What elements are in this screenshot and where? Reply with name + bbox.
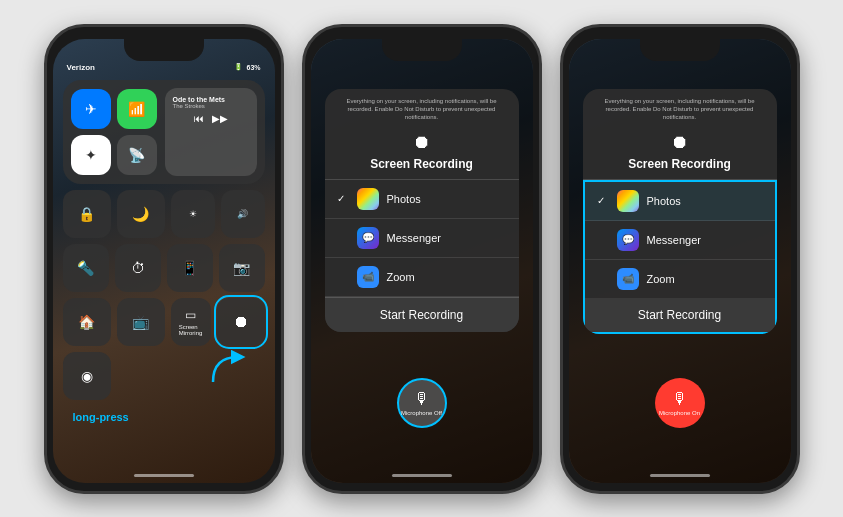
sr-app-row-photos-2[interactable]: ✓ Photos [325,180,519,219]
brightness-icon: ☀ [189,209,197,219]
sr-title-2: Screen Recording [325,157,519,180]
torch-btn[interactable]: 🔦 [63,244,109,292]
sr-start-btn-3[interactable]: Start Recording [585,298,775,332]
sr-info-3: Everything on your screen, including not… [583,89,777,126]
phone-2-screen: Everything on your screen, including not… [311,39,533,483]
sr-app-messenger-3: Messenger [647,234,763,246]
play-icon[interactable]: ▶▶ [212,113,228,124]
sr-panel-2: Everything on your screen, including not… [325,89,519,332]
sr-highlighted-section: ✓ Photos ✓ 💬 Messenger ✓ 📹 Zoom Star [583,180,777,334]
camera-btn[interactable]: 📷 [219,244,265,292]
mirroring-label: ScreenMirroring [179,324,203,336]
mic-label-2: Microphone Off [401,410,442,416]
sr-check-photos-3: ✓ [597,195,609,206]
mic-btn-2[interactable]: 🎙 Microphone Off [397,378,447,428]
phone-3: Everything on your screen, including not… [560,24,800,494]
prev-icon[interactable]: ⏮ [194,113,204,124]
mic-btn-3[interactable]: 🎙 Microphone On [655,378,705,428]
volume-icon: 🔊 [237,209,248,219]
sr-record-icon-2: ⏺ [325,132,519,153]
page-container: Verizon 🔋 63% ✈ 📶 ✦ [0,0,843,517]
phone-1: Verizon 🔋 63% ✈ 📶 ✦ [44,24,284,494]
cc-row3: 🔦 ⏱ 📱 📷 [63,244,265,292]
music-controls: ⏮ ▶▶ [173,113,249,124]
sr-app-photos-3: Photos [647,195,763,207]
sr-check-photos-2: ✓ [337,193,349,204]
home-btn[interactable]: 🏠 [63,298,111,346]
remote-btn[interactable]: 📺 [117,298,165,346]
cc-connectivity: ✈ 📶 ✦ 📡 [71,89,157,175]
cc-pair-1: ✈ 📶 [71,89,157,129]
music-title: Ode to the Mets [173,96,249,103]
phone-1-screen: Verizon 🔋 63% ✈ 📶 ✦ [53,39,275,483]
battery-level: 63% [246,64,260,71]
sr-app-row-photos-3[interactable]: ✓ Photos [585,182,775,221]
photos-icon-2 [357,188,379,210]
sr-app-zoom-3: Zoom [647,273,763,285]
sr-app-messenger-2: Messenger [387,232,507,244]
notch-1 [124,39,204,61]
phone-2: Everything on your screen, including not… [302,24,542,494]
carrier: Verizon [67,63,95,72]
mirroring-icon: ▭ [185,308,196,322]
wifi-btn[interactable]: 📶 [117,89,157,129]
arrow-icon [208,347,248,387]
cc-row2: 🔒 🌙 ☀ 🔊 [63,190,265,238]
zoom-icon-3: 📹 [617,268,639,290]
screen-record-btn[interactable]: ⏺ [217,298,265,346]
cellular-btn[interactable]: 📡 [117,135,157,175]
music-artist: The Strokes [173,103,249,109]
timer-btn[interactable]: ⏱ [115,244,161,292]
arrow-container [208,347,248,391]
do-not-disturb-btn[interactable]: 🌙 [117,190,165,238]
home-indicator-2 [392,474,452,477]
mic-label-3: Microphone On [659,410,700,416]
airplane-btn[interactable]: ✈ [71,89,111,129]
sr-app-row-zoom-2[interactable]: ✓ 📹 Zoom [325,258,519,297]
bluetooth-btn[interactable]: ✦ [71,135,111,175]
sr-record-icon-3: ⏺ [583,132,777,153]
long-press-label: long-press [73,411,129,423]
home-indicator-1 [134,474,194,477]
notch-2 [382,39,462,61]
sr-app-row-messenger-2[interactable]: ✓ 💬 Messenger [325,219,519,258]
orientation-btn[interactable]: 🔒 [63,190,111,238]
photos-icon-3 [617,190,639,212]
sr-app-row-zoom-3[interactable]: ✓ 📹 Zoom [585,260,775,298]
brightness-slider[interactable]: ☀ [171,190,215,238]
cc-top-row: ✈ 📶 ✦ 📡 Ode to the Mets The Strokes ⏮ [63,80,265,184]
phone-3-screen: Everything on your screen, including not… [569,39,791,483]
accessibility-btn[interactable]: ◉ [63,352,111,400]
music-widget: Ode to the Mets The Strokes ⏮ ▶▶ [165,88,257,176]
sr-title-3: Screen Recording [583,157,777,180]
cc-pair-2: ✦ 📡 [71,135,157,175]
zoom-icon-2: 📹 [357,266,379,288]
battery-icon: 🔋 [234,63,243,71]
screen-mirroring-btn[interactable]: ▭ ScreenMirroring [171,298,211,346]
notch-3 [640,39,720,61]
sr-app-photos-2: Photos [387,193,507,205]
home-indicator-3 [650,474,710,477]
volume-slider[interactable]: 🔊 [221,190,265,238]
cc-row4: 🏠 📺 ▭ ScreenMirroring ⏺ [63,298,265,346]
sr-panel-3: Everything on your screen, including not… [583,89,777,334]
messenger-icon-2: 💬 [357,227,379,249]
sr-start-btn-2[interactable]: Start Recording [325,297,519,332]
sr-app-zoom-2: Zoom [387,271,507,283]
messenger-icon-3: 💬 [617,229,639,251]
calculator-btn[interactable]: 📱 [167,244,213,292]
sr-info-2: Everything on your screen, including not… [325,89,519,126]
sr-app-row-messenger-3[interactable]: ✓ 💬 Messenger [585,221,775,260]
status-right: 🔋 63% [234,63,260,71]
